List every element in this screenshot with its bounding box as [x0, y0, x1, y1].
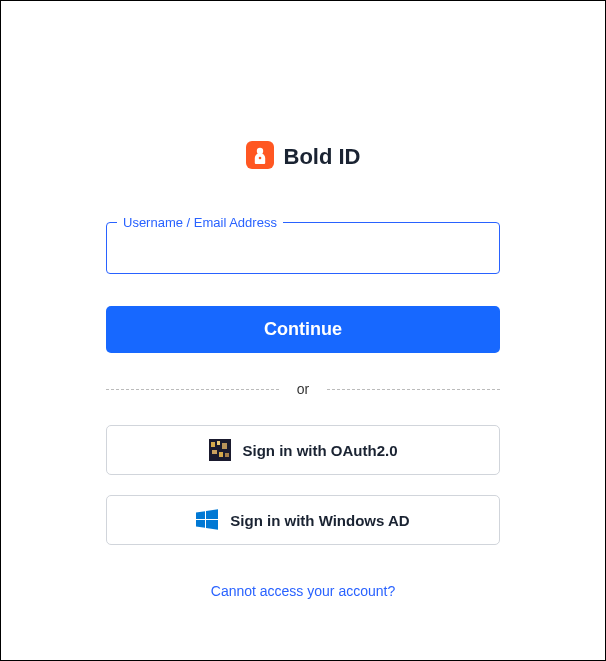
- continue-button[interactable]: Continue: [106, 306, 500, 353]
- divider-row: or: [106, 381, 500, 397]
- username-field-wrapper: Username / Email Address: [106, 215, 500, 274]
- bold-logo-icon: [246, 141, 274, 173]
- svg-rect-6: [222, 443, 227, 449]
- svg-rect-4: [211, 442, 215, 447]
- windows-ad-signin-button[interactable]: Sign in with Windows AD: [106, 495, 500, 545]
- username-input[interactable]: [107, 230, 499, 273]
- svg-marker-12: [196, 520, 205, 528]
- cannot-access-link[interactable]: Cannot access your account?: [106, 583, 500, 599]
- username-label: Username / Email Address: [117, 215, 283, 230]
- svg-point-2: [258, 157, 261, 160]
- divider-text: or: [297, 381, 309, 397]
- svg-marker-11: [206, 509, 218, 519]
- oauth-icon: [209, 439, 231, 461]
- svg-rect-9: [225, 453, 229, 457]
- divider-line-left: [106, 389, 279, 390]
- logo-text: Bold ID: [284, 144, 361, 170]
- windows-icon: [196, 509, 218, 531]
- logo-row: Bold ID: [246, 141, 361, 173]
- oauth-signin-label: Sign in with OAuth2.0: [243, 442, 398, 459]
- svg-rect-5: [217, 441, 220, 445]
- svg-marker-13: [206, 520, 218, 530]
- oauth-signin-button[interactable]: Sign in with OAuth2.0: [106, 425, 500, 475]
- login-form: Username / Email Address Continue or Sig…: [106, 215, 500, 599]
- svg-rect-8: [219, 452, 223, 457]
- svg-marker-10: [196, 511, 205, 519]
- svg-rect-7: [212, 450, 217, 454]
- divider-line-right: [327, 389, 500, 390]
- windows-ad-signin-label: Sign in with Windows AD: [230, 512, 409, 529]
